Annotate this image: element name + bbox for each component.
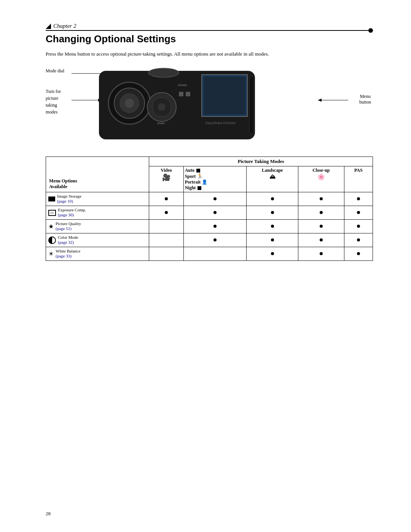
landscape-column-header: Landscape ⛰ [247, 166, 298, 192]
picture-taking-modes-table: Menu OptionsAvailable Picture Taking Mod… [46, 157, 373, 261]
white-balance-landscape [247, 247, 298, 261]
exposure-comp-video [149, 206, 183, 220]
image-storage-link[interactable]: (page 10) [57, 199, 73, 203]
menu-button-arrow [318, 96, 348, 104]
exposure-comp-closeup [298, 206, 344, 220]
picture-quality-closeup [298, 220, 344, 233]
svg-text:Delete: Delete [178, 83, 187, 87]
table-section: Menu OptionsAvailable Picture Taking Mod… [46, 157, 373, 261]
svg-marker-22 [318, 99, 322, 102]
picture-quality-auto [183, 220, 247, 233]
pas-column-header: PAS [344, 166, 373, 192]
auto-modes-column-header: Auto Sport 🏃 Portrait 👤 Night [183, 166, 247, 192]
svg-point-12 [158, 103, 166, 111]
picture-quality-icon: ★ [48, 223, 54, 230]
closeup-column-header: Close-up 🌸 [298, 166, 344, 192]
white-balance-pas [344, 247, 373, 261]
table-row: +/- Exposure Comp. (page 30) [46, 206, 373, 220]
table-header-row-1: Menu OptionsAvailable Picture Taking Mod… [46, 157, 373, 166]
svg-text:EasyShare DX6440: EasyShare DX6440 [206, 121, 236, 125]
image-storage-cell: Image Storage (page 10) [46, 192, 149, 206]
chapter-underline [46, 30, 373, 31]
exposure-comp-link[interactable]: (page 30) [58, 212, 74, 217]
svg-text:share: share [157, 121, 165, 125]
image-storage-closeup [298, 192, 344, 206]
picture-quality-cell: ★ Picture Quality (page 51) [46, 220, 149, 233]
image-storage-icon [48, 197, 55, 201]
sport-icon: 🏃 [197, 173, 203, 179]
auto-icon [196, 169, 200, 173]
exposure-comp-cell: +/- Exposure Comp. (page 30) [46, 206, 149, 220]
image-storage-landscape [247, 192, 298, 206]
chapter-corner-arrow [46, 24, 51, 29]
picture-quality-video [149, 220, 183, 233]
exposure-comp-auto [183, 206, 247, 220]
color-mode-link[interactable]: (page 32) [58, 240, 74, 244]
white-balance-cell: ☀ White Balance (page 33) [46, 247, 149, 261]
turn-for-label: Turn forpicturetakingmodes [46, 88, 61, 115]
table-row: Image Storage (page 10) [46, 192, 373, 206]
color-mode-closeup [298, 233, 344, 247]
svg-rect-17 [249, 77, 254, 134]
landscape-icon: ⛰ [248, 173, 297, 180]
image-storage-auto [183, 192, 247, 206]
exposure-comp-pas [344, 206, 373, 220]
svg-rect-13 [179, 92, 183, 96]
white-balance-auto [183, 247, 247, 261]
color-mode-icon [48, 236, 56, 244]
image-storage-pas [344, 192, 373, 206]
closeup-icon: 🌸 [299, 173, 343, 181]
white-balance-closeup [298, 247, 344, 261]
image-storage-video [149, 192, 183, 206]
color-mode-video [149, 233, 183, 247]
video-column-header: Video 🎥 [149, 166, 183, 192]
exposure-comp-landscape [247, 206, 298, 220]
svg-point-9 [148, 68, 179, 77]
page: Chapter 2 Changing Optional Settings Pre… [0, 0, 411, 532]
portrait-icon: 👤 [202, 179, 207, 185]
picture-quality-link[interactable]: (page 51) [56, 226, 72, 231]
white-balance-icon: ☀ [48, 250, 54, 257]
white-balance-link[interactable]: (page 33) [56, 254, 72, 258]
color-mode-cell: Color Mode (page 32) [46, 233, 149, 247]
picture-quality-landscape [247, 220, 298, 233]
chapter-title: Chapter 2 [53, 23, 76, 29]
exposure-comp-icon: +/- [48, 210, 56, 216]
menu-options-header: Menu OptionsAvailable [46, 157, 149, 192]
table-row: Color Mode (page 32) [46, 233, 373, 247]
svg-point-8 [125, 99, 134, 108]
color-mode-auto [183, 233, 247, 247]
camera-diagram-area: Mode dial Turn forpicturetakingmodes [46, 65, 373, 153]
svg-rect-14 [186, 92, 190, 96]
camera-svg: EasyShare DX6440 share Delete [95, 65, 259, 145]
night-icon [198, 186, 201, 190]
table-row: ☀ White Balance (page 33) [46, 247, 373, 261]
chapter-area: Chapter 2 [46, 23, 373, 31]
page-number: 28 [46, 511, 51, 517]
picture-quality-pas [344, 220, 373, 233]
table-row: ★ Picture Quality (page 51) [46, 220, 373, 233]
picture-taking-modes-header: Picture Taking Modes [149, 157, 373, 166]
color-mode-landscape [247, 233, 298, 247]
intro-paragraph: Press the Menu button to access optional… [46, 50, 304, 58]
menu-button-label: Menubutton [359, 94, 371, 105]
page-title: Changing Optional Settings [46, 33, 373, 45]
svg-rect-16 [204, 77, 245, 115]
color-mode-pas [344, 233, 373, 247]
white-balance-video [149, 247, 183, 261]
mode-dial-label: Mode dial [46, 68, 64, 74]
